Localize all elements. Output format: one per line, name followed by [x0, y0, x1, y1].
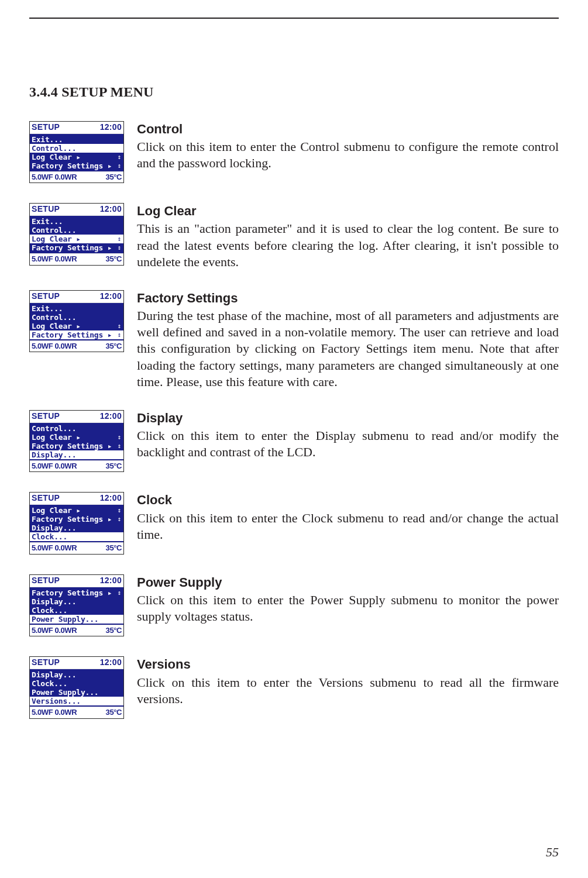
lcd-clock: 12:00 — [100, 493, 122, 504]
entry-body-text: Click on this item to enter the Power Su… — [137, 592, 559, 625]
lcd-menu-item: Log Clear ▸↕ — [30, 433, 123, 442]
lcd-clock: 12:00 — [100, 657, 122, 668]
lcd-menu-item-label: Factory Settings ▸ — [32, 243, 112, 252]
lcd-menu-item-label: Power Supply... — [32, 688, 98, 697]
lcd-menu-item: Log Clear ▸↕ — [30, 235, 123, 243]
lcd-menu-item: Display... — [30, 670, 123, 679]
lcd-menu-item-label: Control... — [32, 313, 76, 322]
lcd-footer-temp: 35°C — [106, 462, 122, 471]
up-down-icon: ↕ — [117, 243, 122, 252]
up-down-icon: ↕ — [117, 235, 122, 243]
lcd-footer-power: 5.0WF 0.0WR — [32, 626, 77, 636]
lcd-footer-temp: 35°C — [106, 342, 122, 352]
lcd-menu-item-label: Exit... — [32, 135, 63, 144]
entry-body-text: Click on this item to enter the Display … — [137, 428, 559, 460]
lcd-menu-item: Factory Settings ▸↕ — [30, 243, 123, 252]
up-down-icon: ↕ — [117, 161, 122, 170]
entry-title: Factory Settings — [137, 290, 559, 307]
lcd-menu-item-label: Versions... — [32, 697, 81, 705]
lcd-screenshot: SETUP12:00Display...Clock...Power Supply… — [29, 656, 124, 719]
lcd-menu-item: Exit... — [30, 304, 123, 313]
up-down-icon: ↕ — [117, 442, 122, 450]
lcd-menu-item-label: Factory Settings ▸ — [32, 442, 112, 450]
manual-page: 3.4.4 SETUP MENU SETUP12:00Exit...Contro… — [0, 0, 588, 878]
lcd-footer-temp: 35°C — [106, 708, 122, 718]
lcd-screenshot: SETUP12:00Log Clear ▸↕Factory Settings ▸… — [29, 492, 124, 555]
lcd-footer-power: 5.0WF 0.0WR — [32, 173, 77, 183]
lcd-menu-body: Log Clear ▸↕Factory Settings ▸↕Display..… — [30, 505, 123, 542]
lcd-screenshot: SETUP12:00Factory Settings ▸↕Display...C… — [29, 574, 124, 637]
lcd-menu-item-label: Clock... — [32, 532, 67, 541]
lcd-footer-temp: 35°C — [106, 173, 122, 183]
lcd-menu-item-label: Display... — [32, 670, 76, 679]
lcd-clock: 12:00 — [100, 576, 122, 586]
lcd-menu-item-label: Log Clear ▸ — [32, 506, 81, 515]
lcd-screenshot: SETUP12:00Control...Log Clear ▸↕Factory … — [29, 410, 124, 473]
lcd-menu-item-label: Factory Settings ▸ — [32, 161, 112, 170]
lcd-menu-item-label: Display... — [32, 597, 76, 606]
entry-body-text: During the test phase of the machine, mo… — [137, 308, 559, 390]
entries-container: SETUP12:00Exit...Control...Log Clear ▸↕F… — [29, 121, 559, 719]
lcd-menu-item: Factory Settings ▸↕ — [30, 588, 123, 597]
lcd-title: SETUP — [32, 204, 60, 215]
lcd-footer: 5.0WF 0.0WR35°C — [30, 707, 123, 718]
entry-body-text: This is an "action parameter" and it is … — [137, 221, 559, 270]
up-down-icon: ↕ — [117, 515, 122, 524]
lcd-menu-item-label: Clock... — [32, 679, 67, 688]
entry-body-text: Click on this item to enter the Clock su… — [137, 510, 559, 543]
lcd-menu-item: Log Clear ▸↕ — [30, 506, 123, 515]
setup-entry: SETUP12:00Exit...Control...Log Clear ▸↕F… — [29, 121, 559, 184]
entry-title: Display — [137, 410, 559, 426]
lcd-screenshot: SETUP12:00Exit...Control...Log Clear ▸↕F… — [29, 121, 124, 184]
lcd-screenshot: SETUP12:00Exit...Control...Log Clear ▸↕F… — [29, 290, 124, 353]
lcd-menu-item: Log Clear ▸↕ — [30, 322, 123, 330]
lcd-clock: 12:00 — [100, 411, 122, 422]
lcd-menu-body: Factory Settings ▸↕Display...Clock...Pow… — [30, 587, 123, 625]
lcd-menu-item-label: Factory Settings ▸ — [32, 330, 112, 339]
lcd-menu-item: Power Supply... — [30, 688, 123, 697]
lcd-header: SETUP12:00 — [30, 122, 123, 134]
lcd-menu-item: Exit... — [30, 217, 123, 226]
up-down-icon: ↕ — [117, 330, 122, 339]
lcd-menu-item-label: Power Supply... — [32, 615, 98, 624]
lcd-clock: 12:00 — [100, 291, 122, 302]
lcd-footer-temp: 35°C — [106, 254, 122, 264]
entry-description: ClockClick on this item to enter the Clo… — [137, 492, 559, 542]
up-down-icon: ↕ — [117, 506, 122, 515]
entry-description: Factory SettingsDuring the test phase of… — [137, 290, 559, 390]
lcd-footer-power: 5.0WF 0.0WR — [32, 462, 77, 471]
lcd-menu-item-label: Control... — [32, 226, 76, 235]
lcd-menu-body: Exit...Control...Log Clear ▸↕Factory Set… — [30, 134, 123, 171]
page-number: 55 — [546, 844, 559, 860]
entry-description: Power SupplyClick on this item to enter … — [137, 574, 559, 625]
lcd-footer: 5.0WF 0.0WR35°C — [30, 542, 123, 554]
entry-body-text: Click on this item to enter the Versions… — [137, 674, 559, 707]
lcd-menu-body: Exit...Control...Log Clear ▸↕Factory Set… — [30, 216, 123, 253]
lcd-menu-item: Control... — [30, 424, 123, 433]
lcd-footer: 5.0WF 0.0WR35°C — [30, 171, 123, 183]
lcd-footer-power: 5.0WF 0.0WR — [32, 708, 77, 718]
entry-title: Log Clear — [137, 203, 559, 219]
lcd-menu-item: Display... — [30, 450, 123, 459]
setup-entry: SETUP12:00Exit...Control...Log Clear ▸↕F… — [29, 203, 559, 270]
lcd-menu-item-label: Factory Settings ▸ — [32, 588, 112, 597]
entry-description: DisplayClick on this item to enter the D… — [137, 410, 559, 460]
lcd-menu-item: Display... — [30, 524, 123, 532]
lcd-title: SETUP — [32, 576, 60, 586]
lcd-header: SETUP12:00 — [30, 291, 123, 303]
lcd-footer-power: 5.0WF 0.0WR — [32, 543, 77, 553]
setup-entry: SETUP12:00Factory Settings ▸↕Display...C… — [29, 574, 559, 637]
entry-description: VersionsClick on this item to enter the … — [137, 656, 559, 707]
entry-description: Log ClearThis is an "action parameter" a… — [137, 203, 559, 270]
lcd-footer-power: 5.0WF 0.0WR — [32, 342, 77, 352]
lcd-menu-item: Control... — [30, 313, 123, 322]
lcd-menu-item: Factory Settings ▸↕ — [30, 515, 123, 524]
entry-title: Clock — [137, 492, 559, 508]
up-down-icon: ↕ — [117, 153, 122, 161]
up-down-icon: ↕ — [117, 433, 122, 442]
lcd-menu-item: Power Supply... — [30, 615, 123, 624]
lcd-menu-item-label: Exit... — [32, 304, 63, 313]
lcd-menu-item-label: Log Clear ▸ — [32, 153, 81, 161]
section-heading: 3.4.4 SETUP MENU — [29, 83, 559, 101]
lcd-menu-item-label: Clock... — [32, 606, 67, 615]
